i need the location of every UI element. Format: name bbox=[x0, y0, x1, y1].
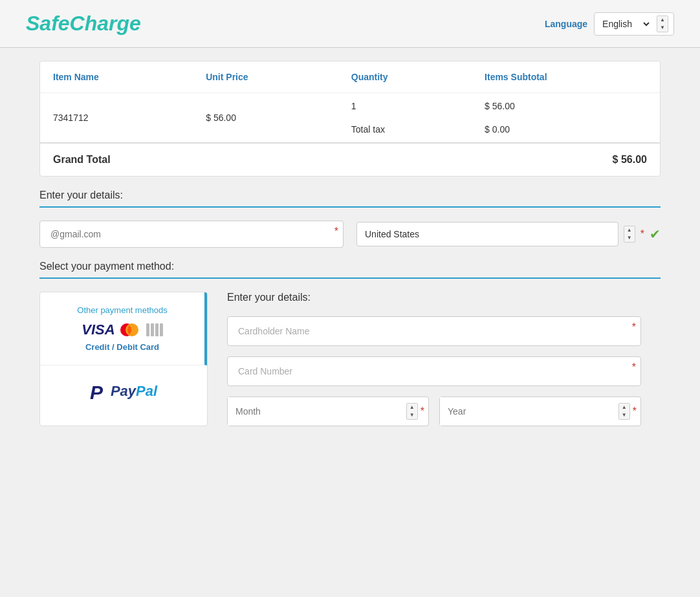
item-name-cell: 7341712 bbox=[40, 93, 193, 143]
grand-total-row: Grand Total $ 56.00 bbox=[40, 142, 660, 176]
total-tax-value: $ 0.00 bbox=[485, 124, 647, 135]
payment-divider bbox=[39, 277, 661, 279]
month-input[interactable] bbox=[228, 397, 406, 426]
col-unit-price: Unit Price bbox=[193, 61, 338, 93]
table-row: 7341712 $ 56.00 1 Total tax $ 56.00 $ 0.… bbox=[40, 93, 660, 143]
month-up-btn[interactable]: ▲ bbox=[407, 404, 417, 411]
country-up-btn[interactable]: ▲ bbox=[624, 226, 635, 234]
year-down-btn[interactable]: ▼ bbox=[619, 411, 629, 419]
payment-form: Enter your details: * * ▲ ▼ bbox=[208, 292, 661, 426]
grand-total-value: $ 56.00 bbox=[613, 154, 647, 166]
year-spinner[interactable]: ▲ ▼ bbox=[618, 403, 630, 420]
header: SafeCharge Language English French Germa… bbox=[0, 0, 700, 48]
logo: SafeCharge bbox=[26, 12, 141, 36]
total-tax-label: Total tax bbox=[351, 124, 459, 135]
year-up-btn[interactable]: ▲ bbox=[619, 404, 629, 411]
payment-layout: Other payment methods VISA bbox=[39, 292, 661, 426]
year-required-star: * bbox=[633, 406, 637, 417]
paypal-p-icon: P bbox=[90, 381, 105, 402]
mastercard-icon bbox=[118, 322, 141, 338]
year-input[interactable] bbox=[440, 397, 618, 426]
quantity-cell: 1 Total tax bbox=[338, 93, 472, 143]
col-item-name: Item Name bbox=[40, 61, 193, 93]
credit-card-method[interactable]: Other payment methods VISA bbox=[40, 292, 207, 365]
country-select-inner[interactable]: United States United Kingdom Canada Aust… bbox=[356, 222, 618, 246]
unit-price-cell: $ 56.00 bbox=[193, 93, 338, 143]
paypal-text: PayPal bbox=[111, 383, 157, 400]
grand-total-label: Grand Total bbox=[53, 154, 111, 166]
language-select[interactable]: English French German Spanish bbox=[600, 18, 651, 30]
month-required-star: * bbox=[421, 406, 424, 417]
expiry-date-row: ▲ ▼ * ▲ ▼ * bbox=[227, 396, 641, 426]
visa-text: VISA bbox=[82, 321, 115, 338]
payment-section-title: Select your payment method: bbox=[39, 261, 661, 272]
country-checkmark-icon: ✔ bbox=[650, 226, 661, 242]
order-table-container: Item Name Unit Price Quantity Items Subt… bbox=[39, 61, 661, 177]
country-spinner[interactable]: ▲ ▼ bbox=[624, 226, 635, 243]
payment-section: Select your payment method: Other paymen… bbox=[39, 261, 661, 426]
quantity-value: 1 bbox=[351, 101, 459, 111]
language-section: Language English French German Spanish ▲… bbox=[545, 12, 674, 36]
payment-form-title: Enter your details: bbox=[227, 292, 641, 303]
email-required-star: * bbox=[334, 226, 338, 237]
main-content: Item Name Unit Price Quantity Items Subt… bbox=[27, 61, 673, 426]
col-quantity: Quantity bbox=[338, 61, 472, 93]
details-section-title: Enter your details: bbox=[39, 190, 661, 201]
details-divider bbox=[39, 206, 661, 208]
other-methods-label: Other payment methods bbox=[77, 305, 167, 315]
month-down-btn[interactable]: ▼ bbox=[407, 411, 417, 419]
payment-methods-sidebar: Other payment methods VISA bbox=[39, 292, 208, 426]
subtotal-cell: $ 56.00 $ 0.00 bbox=[472, 93, 660, 143]
details-section: Enter your details: * United States Unit… bbox=[39, 190, 661, 248]
card-number-required-star: * bbox=[632, 362, 636, 373]
paypal-method[interactable]: P PayPal bbox=[40, 365, 207, 417]
country-select[interactable]: United States United Kingdom Canada Aust… bbox=[365, 229, 610, 239]
cardholder-required-star: * bbox=[632, 321, 636, 333]
language-spinner[interactable]: ▲ ▼ bbox=[657, 16, 668, 32]
cardholder-field: * bbox=[227, 316, 641, 346]
language-select-wrapper[interactable]: English French German Spanish ▲ ▼ bbox=[594, 12, 674, 36]
card-stripes bbox=[146, 323, 163, 336]
details-row: * United States United Kingdom Canada Au… bbox=[39, 221, 661, 248]
month-field: ▲ ▼ * bbox=[227, 396, 429, 426]
lang-down-btn[interactable]: ▼ bbox=[657, 24, 668, 32]
country-select-wrapper: United States United Kingdom Canada Aust… bbox=[356, 222, 661, 246]
month-spinner[interactable]: ▲ ▼ bbox=[406, 403, 418, 420]
col-subtotal: Items Subtotal bbox=[472, 61, 660, 93]
svg-text:P: P bbox=[90, 382, 104, 402]
card-icons: VISA bbox=[82, 321, 162, 338]
email-input[interactable] bbox=[39, 221, 344, 248]
email-field-wrapper: * bbox=[39, 221, 344, 248]
credit-debit-label: Credit / Debit Card bbox=[85, 342, 159, 352]
country-required-star: * bbox=[640, 228, 644, 240]
language-label: Language bbox=[545, 19, 587, 29]
lang-up-btn[interactable]: ▲ bbox=[657, 16, 668, 24]
year-field: ▲ ▼ * bbox=[439, 396, 641, 426]
country-down-btn[interactable]: ▼ bbox=[624, 234, 635, 242]
card-number-field: * bbox=[227, 356, 641, 386]
cardholder-input[interactable] bbox=[227, 316, 641, 346]
card-number-input[interactable] bbox=[227, 356, 641, 386]
subtotal-value: $ 56.00 bbox=[485, 101, 647, 111]
order-table: Item Name Unit Price Quantity Items Subt… bbox=[40, 61, 660, 142]
